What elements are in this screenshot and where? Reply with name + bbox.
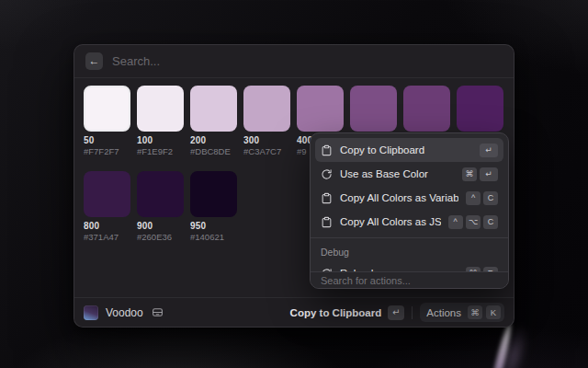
clipboard-icon <box>321 216 333 228</box>
color-swatch[interactable] <box>243 86 290 132</box>
search-input[interactable]: Search... <box>112 54 160 68</box>
key-option: ⌥ <box>466 215 481 229</box>
key-c: C <box>483 215 498 229</box>
swatch-200[interactable]: 200 #DBC8DE <box>190 86 237 156</box>
color-swatch[interactable] <box>350 86 397 132</box>
color-swatch[interactable] <box>190 171 237 217</box>
footer-bar: Voodoo Copy to Clipboard ↵ Actions ⌘ K <box>74 297 514 327</box>
swatch-label: 50 <box>84 135 130 145</box>
key-return: ↵ <box>480 167 498 181</box>
color-swatch[interactable] <box>457 86 503 132</box>
swatch-50[interactable]: 50 #F7F2F7 <box>84 86 130 156</box>
swatch-900[interactable]: 900 #260E36 <box>137 171 184 242</box>
swatch-hex: #DBC8DE <box>190 146 237 156</box>
menu-item-label: Copy All Colors as Variable Declara... <box>340 192 458 203</box>
color-swatch[interactable] <box>403 86 450 132</box>
swatch-label: 900 <box>137 221 184 231</box>
menu-item-label: Copy All Colors as JSON <box>340 216 441 227</box>
swatch-hex: #371A47 <box>84 232 130 242</box>
swatch-label: 800 <box>84 221 130 231</box>
shortcut-keys: ^ ⌥ C <box>448 215 498 229</box>
save-palette-icon[interactable] <box>152 306 164 318</box>
color-swatch[interactable] <box>190 86 237 132</box>
shortcut-keys: ^ C <box>466 191 498 205</box>
action-menu: Copy to Clipboard ↵ Use as Base Color ⌘ … <box>310 132 509 289</box>
swatch-hex: #260E36 <box>137 232 184 242</box>
swatch-hex: #140621 <box>190 232 237 242</box>
menu-item-label: Use as Base Color <box>340 168 455 179</box>
swatch-hex: #F1E9F2 <box>137 146 184 156</box>
app-name: Voodoo <box>106 306 143 319</box>
swatch-label: 300 <box>243 135 290 145</box>
footer-actions: Copy to Clipboard ↵ Actions ⌘ K <box>290 303 504 322</box>
shortcut-keys: ⌘ ↵ <box>462 167 498 181</box>
menu-item-copy-to-clipboard[interactable]: Copy to Clipboard ↵ <box>315 138 503 162</box>
primary-action-button[interactable]: Copy to Clipboard <box>290 307 382 318</box>
footer-divider <box>412 306 413 319</box>
swatch-label: 950 <box>190 221 237 231</box>
swatch-label: 100 <box>137 135 184 145</box>
swatch-100[interactable]: 100 #F1E9F2 <box>137 86 184 156</box>
search-bar: ← Search... <box>74 45 514 78</box>
key-return: ↵ <box>480 144 498 157</box>
color-swatch[interactable] <box>84 86 130 132</box>
clipboard-icon <box>321 144 333 156</box>
back-button[interactable]: ← <box>85 52 103 70</box>
color-swatch[interactable] <box>137 171 184 217</box>
menu-item-label: Copy to Clipboard <box>340 144 472 155</box>
color-swatch[interactable] <box>84 171 130 217</box>
voodoo-app-icon <box>84 305 98 320</box>
back-arrow-icon: ← <box>89 54 100 67</box>
clipboard-icon <box>321 192 333 204</box>
menu-item-copy-json[interactable]: Copy All Colors as JSON ^ ⌥ C <box>315 210 503 234</box>
color-swatch[interactable] <box>137 86 184 132</box>
swatch-300[interactable]: 300 #C3A7C7 <box>243 86 290 156</box>
menu-item-copy-variable-declarations[interactable]: Copy All Colors as Variable Declara... ^… <box>315 186 503 210</box>
swatch-950[interactable]: 950 #140621 <box>190 171 237 242</box>
key-cmd: ⌘ <box>462 167 477 181</box>
color-swatch[interactable] <box>297 86 344 132</box>
key-k: K <box>486 305 501 319</box>
menu-separator <box>311 237 508 238</box>
swatch-800[interactable]: 800 #371A47 <box>84 171 130 242</box>
menu-section-debug: Debug <box>315 242 503 261</box>
key-c: C <box>483 191 498 205</box>
menu-item-use-as-base-color[interactable]: Use as Base Color ⌘ ↵ <box>315 162 503 186</box>
shortcut-keys: ↵ <box>480 144 498 157</box>
app-window: ← Search... 50 #F7F2F7 100 #F1E9F2 200 #… <box>74 44 514 328</box>
key-ctrl: ^ <box>466 191 481 205</box>
swatch-hex: #F7F2F7 <box>84 146 130 156</box>
swatch-label: 200 <box>190 135 237 145</box>
actions-search-input[interactable]: Search for actions... <box>311 271 508 288</box>
actions-button[interactable]: Actions ⌘ K <box>420 303 504 322</box>
key-ctrl: ^ <box>448 215 463 229</box>
rotate-icon <box>321 168 333 180</box>
key-return: ↵ <box>388 305 404 320</box>
swatch-hex: #C3A7C7 <box>243 146 290 156</box>
key-cmd: ⌘ <box>468 305 482 319</box>
actions-label: Actions <box>426 307 461 318</box>
